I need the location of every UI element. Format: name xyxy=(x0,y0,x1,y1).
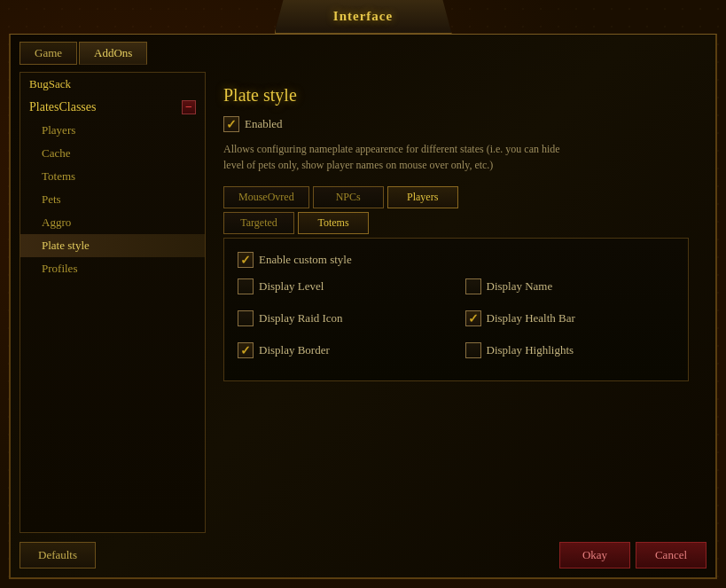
description: Allows configuring nameplate appearence … xyxy=(223,141,560,173)
enable-custom-style-checkbox[interactable]: ✓ xyxy=(238,252,254,268)
cancel-button[interactable]: Cancel xyxy=(636,542,706,568)
tab-totems[interactable]: Totems xyxy=(298,212,369,234)
sidebar-item-cache[interactable]: Cache xyxy=(20,142,205,165)
panel-title: Plate style xyxy=(223,85,689,106)
tab-players[interactable]: Players xyxy=(387,186,458,208)
enabled-label: Enabled xyxy=(245,117,283,131)
option-display-raid-icon: Display Raid Icon xyxy=(238,310,448,326)
right-panel: Plate style ✓ Enabled Allows configuring… xyxy=(206,72,706,533)
top-tabs: Game AddOns xyxy=(11,35,715,65)
display-highlights-checkbox[interactable] xyxy=(465,342,481,358)
tab-targeted[interactable]: Targeted xyxy=(223,212,294,234)
style-tabs-row2: Targeted Totems xyxy=(223,212,689,234)
content-area: BugSack PlatesClasses − Players Cache To… xyxy=(20,72,706,533)
display-level-label: Display Level xyxy=(259,279,324,294)
checkmark-icon: ✓ xyxy=(240,253,251,268)
option-display-level: Display Level xyxy=(238,278,448,294)
sidebar-item-pets[interactable]: Pets xyxy=(20,188,205,211)
sidebar-item-platesclasses[interactable]: PlatesClasses − xyxy=(20,96,205,119)
display-border-label: Display Border xyxy=(259,343,330,357)
display-raid-icon-label: Display Raid Icon xyxy=(259,311,343,325)
window-title: Interface xyxy=(333,9,393,24)
action-buttons: Okay Cancel xyxy=(559,542,706,568)
options-box: ✓ Enable custom style Display Level Disp… xyxy=(223,238,689,381)
collapse-icon: − xyxy=(182,100,196,114)
sidebar-item-bugsack[interactable]: BugSack xyxy=(20,73,205,96)
tab-game[interactable]: Game xyxy=(20,42,77,65)
enabled-row: ✓ Enabled xyxy=(223,116,689,132)
option-display-highlights: Display Highlights xyxy=(465,342,675,358)
sidebar-item-aggro[interactable]: Aggro xyxy=(20,211,205,234)
checkmark-icon: ✓ xyxy=(468,311,479,326)
main-container: Game AddOns BugSack PlatesClasses − Play… xyxy=(9,34,717,579)
sidebar: BugSack PlatesClasses − Players Cache To… xyxy=(20,72,206,533)
option-display-border: ✓ Display Border xyxy=(238,342,448,358)
checkmark-icon: ✓ xyxy=(226,117,237,132)
tab-mouseovered[interactable]: MouseOvred xyxy=(223,186,309,208)
option-display-name: Display Name xyxy=(465,278,675,294)
sidebar-item-players[interactable]: Players xyxy=(20,119,205,142)
display-name-label: Display Name xyxy=(487,279,553,294)
tab-npcs[interactable]: NPCs xyxy=(313,186,384,208)
display-border-checkbox[interactable]: ✓ xyxy=(238,342,254,358)
bottom-bar: Defaults Okay Cancel xyxy=(20,542,706,568)
option-enable-custom-style: ✓ Enable custom style xyxy=(238,252,675,268)
defaults-button[interactable]: Defaults xyxy=(20,542,96,568)
display-highlights-label: Display Highlights xyxy=(487,343,574,357)
display-name-checkbox[interactable] xyxy=(465,278,481,294)
option-display-health-bar: ✓ Display Health Bar xyxy=(465,310,675,326)
sidebar-item-totems[interactable]: Totems xyxy=(20,165,205,188)
okay-button[interactable]: Okay xyxy=(559,542,630,568)
checkmark-icon: ✓ xyxy=(240,343,251,358)
sidebar-item-profiles[interactable]: Profiles xyxy=(20,257,205,280)
style-tabs-row1: MouseOvred NPCs Players xyxy=(223,186,689,208)
display-level-checkbox[interactable] xyxy=(238,278,254,294)
enable-custom-style-label: Enable custom style xyxy=(259,253,352,267)
display-health-bar-label: Display Health Bar xyxy=(487,311,575,325)
enabled-checkbox[interactable]: ✓ xyxy=(223,116,239,132)
display-raid-icon-checkbox[interactable] xyxy=(238,310,254,326)
sidebar-item-platestyle[interactable]: Plate style xyxy=(20,234,205,257)
tab-addons[interactable]: AddOns xyxy=(79,42,147,65)
title-bar: Interface xyxy=(275,0,452,34)
display-health-bar-checkbox[interactable]: ✓ xyxy=(465,310,481,326)
options-grid: Display Level Display Name Display Raid … xyxy=(238,278,675,367)
